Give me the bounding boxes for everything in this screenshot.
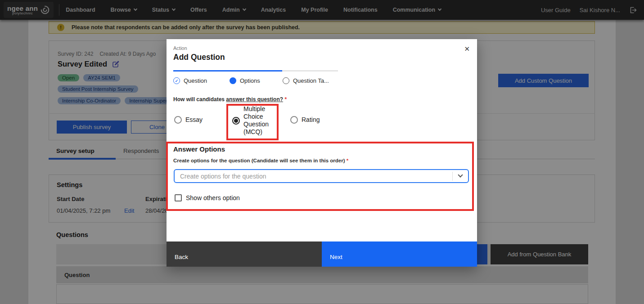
radio-unchecked-icon xyxy=(174,116,182,124)
answer-options-heading: Answer Options xyxy=(173,145,225,153)
answer-options-label: Create options for the question (Candida… xyxy=(173,158,348,163)
back-button[interactable]: Back xyxy=(167,241,322,267)
step-question[interactable]: ✓ Question xyxy=(173,77,207,84)
answer-options-select xyxy=(174,169,469,183)
radio-unchecked-icon xyxy=(290,116,298,124)
stepper-progress-track xyxy=(173,70,338,72)
step-question-tags[interactable]: Question Ta... xyxy=(283,77,329,84)
active-dot-icon xyxy=(230,77,236,84)
chevron-down-icon[interactable] xyxy=(453,176,468,177)
check-circle-icon: ✓ xyxy=(173,77,180,84)
chevron-glyph xyxy=(458,172,463,177)
modal-footer: Back Next xyxy=(167,241,477,267)
add-question-modal: Action Add Question ✕ ✓ Question Options… xyxy=(167,39,477,267)
radio-option-essay[interactable]: Essay xyxy=(174,113,203,126)
radio-checked-icon xyxy=(232,117,240,125)
empty-circle-icon xyxy=(283,77,289,84)
stepper-progress-fill xyxy=(173,70,282,72)
step-options[interactable]: Options xyxy=(230,77,260,84)
radio-option-rating[interactable]: Rating xyxy=(290,113,320,126)
radio-option-mcq[interactable]: Multiple Choice Question (MCQ) xyxy=(232,105,273,136)
modal-title: Add Question xyxy=(173,53,225,62)
show-others-option-row[interactable]: Show others option xyxy=(175,194,240,201)
create-options-input[interactable] xyxy=(175,173,452,180)
modal-kicker: Action xyxy=(173,45,187,51)
radio-dot xyxy=(234,119,238,123)
checkbox-unchecked-icon xyxy=(175,194,182,201)
question-type-label: How will candidates answer this question… xyxy=(173,96,287,103)
app-screen: ngee ann polytechnic Dashboard Browse St… xyxy=(0,0,644,304)
close-icon[interactable]: ✕ xyxy=(464,45,470,53)
next-button[interactable]: Next xyxy=(322,241,477,267)
